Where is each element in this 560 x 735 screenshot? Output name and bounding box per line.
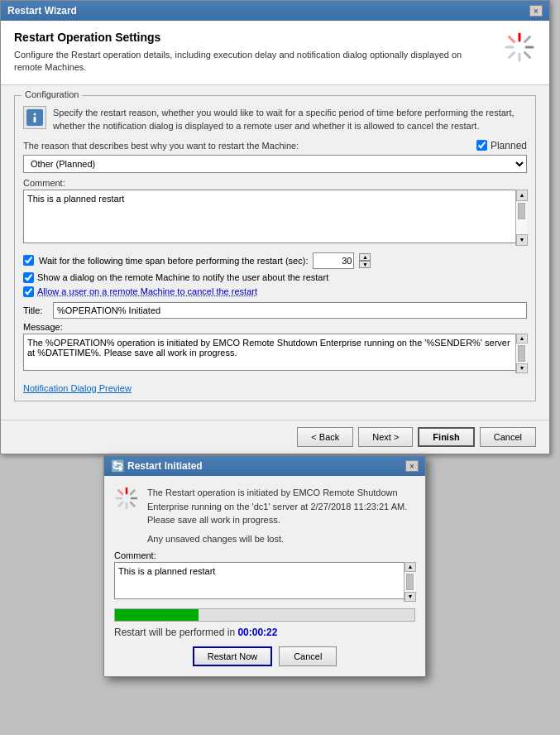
wait-row: Wait for the following time span before … <box>23 252 527 269</box>
svg-line-16 <box>131 502 135 507</box>
wait-label: Wait for the following time span before … <box>39 256 308 266</box>
scrollbar-track <box>516 201 527 234</box>
page-title: Restart Operation Settings <box>14 31 477 44</box>
scrollbar-up-btn[interactable]: ▲ <box>516 190 528 201</box>
countdown-time: 00:00:22 <box>237 627 277 638</box>
notification-preview-link[interactable]: Notification Dialog Preview <box>23 383 132 393</box>
planned-checkbox[interactable] <box>476 140 487 151</box>
popup-scroll-thumb[interactable] <box>406 574 414 590</box>
progress-bar-container <box>114 608 415 622</box>
popup-spinner-icon <box>114 486 139 511</box>
scrollbar-thumb[interactable] <box>518 203 525 219</box>
svg-line-15 <box>119 491 123 495</box>
header-spinner-icon <box>503 31 536 64</box>
message-label: Message: <box>23 322 527 332</box>
popup-comment-container: ▲ ▼ <box>114 562 415 602</box>
comment-textarea[interactable] <box>23 190 527 243</box>
svg-line-7 <box>510 53 515 58</box>
popup-scroll-track <box>404 572 415 592</box>
title-input[interactable] <box>53 302 527 319</box>
popup-body: The Restart operation is initiated by EM… <box>104 476 425 676</box>
next-button[interactable]: Next > <box>358 427 413 447</box>
wait-spin-down[interactable]: ▼ <box>359 261 371 268</box>
popup-button-row: Restart Now Cancel <box>114 646 415 666</box>
popup-top-row: The Restart operation is initiated by EM… <box>114 486 415 527</box>
countdown-text: Restart will be performed in 00:00:22 <box>114 627 415 638</box>
show-dialog-checkbox[interactable] <box>23 272 34 283</box>
wait-spin-up[interactable]: ▲ <box>359 253 371 261</box>
info-text: Specify the restart reason, whether you … <box>53 106 527 133</box>
config-group: Configuration Specify the restart reason… <box>14 95 536 401</box>
wait-spinner-buttons: ▲ ▼ <box>359 253 371 268</box>
reason-row: The reason that describes best why you w… <box>23 140 527 151</box>
cancel-button[interactable]: Cancel <box>480 427 536 447</box>
content-area: Configuration Specify the restart reason… <box>1 85 549 420</box>
reason-dropdown[interactable]: Other (Planned) <box>23 155 527 173</box>
msg-scrollbar-up-btn[interactable]: ▲ <box>516 334 528 343</box>
message-textarea[interactable] <box>23 334 527 371</box>
header-text: Restart Operation Settings Configure the… <box>14 31 477 74</box>
info-icon <box>23 106 46 129</box>
comment-scrollbar[interactable]: ▲ ▼ <box>515 190 527 246</box>
title-field-label: Title: <box>23 305 48 315</box>
comment-label: Comment: <box>23 178 527 188</box>
main-wizard-window: Restart Wizard × Restart Operation Setti… <box>0 0 550 454</box>
wait-checkbox[interactable] <box>23 255 34 266</box>
popup-comment-textarea[interactable] <box>114 562 415 599</box>
header-description: Configure the Restart operation details,… <box>14 49 477 74</box>
popup-comment-scrollbar[interactable]: ▲ ▼ <box>404 562 415 602</box>
title-bar: Restart Wizard × <box>1 1 549 21</box>
allow-cancel-row: Allow a user on a remote Machine to canc… <box>23 286 527 297</box>
svg-line-4 <box>510 37 515 42</box>
svg-point-9 <box>34 113 36 115</box>
popup-close-button[interactable]: × <box>405 460 419 472</box>
progress-bar-fill <box>115 609 199 621</box>
svg-rect-10 <box>34 117 36 122</box>
button-bar: < Back Next > Finish Cancel <box>1 420 549 454</box>
svg-line-18 <box>119 502 123 507</box>
allow-cancel-checkbox[interactable] <box>23 286 34 297</box>
show-dialog-label[interactable]: Show a dialog on the remote Machine to n… <box>37 272 328 282</box>
config-group-title: Configuration <box>22 89 82 99</box>
message-scrollbar[interactable]: ▲ ▼ <box>515 334 527 373</box>
restart-now-button[interactable]: Restart Now <box>193 646 273 666</box>
planned-checkbox-label[interactable]: Planned <box>476 140 527 151</box>
window-title: Restart Wizard <box>7 5 77 17</box>
planned-label: Planned <box>491 140 527 151</box>
back-button[interactable]: < Back <box>297 427 353 447</box>
popup-comment-label: Comment: <box>114 550 415 560</box>
popup-message: The Restart operation is initiated by EM… <box>147 486 415 527</box>
close-window-button[interactable]: × <box>529 5 543 17</box>
svg-line-6 <box>525 37 530 42</box>
countdown-prefix: Restart will be performed in <box>114 627 237 638</box>
popup-cancel-button[interactable]: Cancel <box>279 646 337 666</box>
title-bar-controls: × <box>529 5 543 17</box>
wait-input[interactable] <box>313 252 354 269</box>
title-row: Title: <box>23 302 527 319</box>
popup-fire-icon: 🔄 <box>111 459 124 473</box>
info-row: Specify the restart reason, whether you … <box>23 106 527 133</box>
scrollbar-down-btn[interactable]: ▼ <box>516 234 528 246</box>
reason-label: The reason that describes best why you w… <box>23 141 299 151</box>
finish-button[interactable]: Finish <box>418 427 474 447</box>
svg-line-5 <box>525 53 530 58</box>
svg-line-17 <box>131 491 135 495</box>
popup-scroll-up[interactable]: ▲ <box>404 562 416 572</box>
popup-title-text: 🔄 Restart Initiated <box>111 459 203 473</box>
popup-dialog: 🔄 Restart Initiated × The Restart operat… <box>103 455 426 677</box>
show-dialog-row: Show a dialog on the remote Machine to n… <box>23 272 527 283</box>
msg-scrollbar-thumb[interactable] <box>518 345 525 362</box>
allow-cancel-label[interactable]: Allow a user on a remote Machine to canc… <box>37 286 257 296</box>
msg-scrollbar-down-btn[interactable]: ▼ <box>516 363 528 373</box>
popup-scroll-down[interactable]: ▼ <box>404 592 416 602</box>
popup-title-bar: 🔄 Restart Initiated × <box>104 456 425 476</box>
msg-scrollbar-track <box>516 343 527 363</box>
header-area: Restart Operation Settings Configure the… <box>1 21 549 85</box>
popup-unsaved-text: Any unsaved changes will be lost. <box>147 534 415 544</box>
